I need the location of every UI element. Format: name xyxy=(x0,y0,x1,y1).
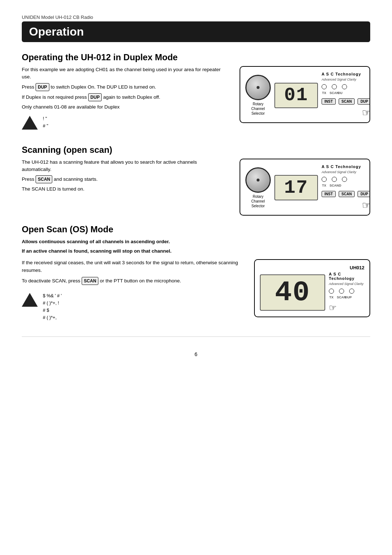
scanning-asc-sub: Advanced Signal Clarity xyxy=(322,170,370,174)
duplex-led-label-du: DU xyxy=(338,91,343,95)
scanning-para3: The SCAN LED is turned on. xyxy=(22,185,225,193)
openscan-para4-prefix: To deactivate SCAN, press xyxy=(22,278,80,283)
note-triangle-2: NOTE xyxy=(22,292,38,307)
scanning-button-row: INST SCAN DUP xyxy=(322,191,370,197)
openscan-right-panel: A S C Technology Advanced Signal Clarity… xyxy=(329,272,364,313)
scanning-para1: The UH-012 has a scanning feature that a… xyxy=(22,159,225,174)
duplex-btn-inst[interactable]: INST xyxy=(322,98,336,105)
note-badge-2: NOTE xyxy=(15,315,28,319)
scanning-left: The UH-012 has a scanning feature that a… xyxy=(22,159,225,195)
note2-line4: # ( )*+, xyxy=(43,315,57,320)
duplex-para3-suffix: again to switch Duplex off. xyxy=(103,94,160,99)
duplex-lcd: 01 xyxy=(274,83,318,108)
duplex-led-labels: TX SCAN DU xyxy=(322,91,370,95)
scanning-led-dup xyxy=(342,177,347,182)
scanning-rotary-knob[interactable] xyxy=(245,167,271,193)
duplex-para1: For this example we are adopting CH01 as… xyxy=(22,66,225,81)
duplex-led-tx xyxy=(322,84,327,89)
openscan-led-label-scan: SCAN xyxy=(337,295,342,299)
page-container: UNIDEN Model UH-012 CB Radio Operation O… xyxy=(0,0,392,555)
duplex-asc-brand: A S C Technology xyxy=(322,72,370,76)
page-number: 6 xyxy=(22,351,370,364)
openscan-para4: To deactivate SCAN, press SCAN or the PT… xyxy=(22,277,240,285)
duplex-led-label-scan: SCAN xyxy=(330,91,335,95)
scanning-btn-dup[interactable]: DUP xyxy=(358,191,370,197)
duplex-led-row xyxy=(322,84,370,89)
section-header: Operation xyxy=(22,21,370,42)
openscan-para3: If the received signal ceases, the unit … xyxy=(22,259,240,274)
note1-content: ! " # " xyxy=(43,115,225,130)
note2-line3: # $ xyxy=(43,308,49,313)
duplex-led-scan xyxy=(332,84,337,89)
openscan-content: If the received signal ceases, the unit … xyxy=(22,259,370,328)
note-triangle-1: NOTE xyxy=(22,115,38,130)
scanning-right-panel: A S C Technology Advanced Signal Clarity… xyxy=(322,164,370,211)
duplex-para3-prefix: If Duplex is not required press xyxy=(22,94,87,99)
scanning-led-label-scan: SCAN xyxy=(330,184,335,187)
duplex-led-dup xyxy=(342,84,347,89)
duplex-right-panel: A S C Technology Advanced Signal Clarity… xyxy=(322,72,370,119)
scan-key-1[interactable]: SCAN xyxy=(36,175,52,183)
note-triangle-shape-2 xyxy=(22,293,38,307)
openscan-asc-sub: Advanced Signal Clarity xyxy=(329,282,364,286)
scanning-rotary-label: Rotary Channel Selector xyxy=(251,194,265,208)
duplex-para4: Only channels 01-08 are available for Du… xyxy=(22,103,225,111)
scanning-btn-inst[interactable]: INST xyxy=(322,191,336,197)
scanning-lcd: 17 xyxy=(274,175,318,200)
note-box-1: NOTE ! " # " xyxy=(22,115,225,130)
scanning-para2-prefix: Press xyxy=(22,176,34,182)
openscan-led-scan xyxy=(339,289,344,294)
note2-line1: $ %& ' # ' xyxy=(43,293,62,298)
dup-key-1[interactable]: DUP xyxy=(36,83,49,91)
duplex-para2: Press DUP to switch Duplex On. The DUP L… xyxy=(22,83,225,91)
duplex-btn-scan[interactable]: SCAN xyxy=(339,98,355,105)
openscan-asc-brand: A S C Technology xyxy=(329,272,364,281)
openscan-led-label-dup: DUP xyxy=(345,295,350,299)
duplex-finger-icon: ☞ xyxy=(322,107,370,119)
duplex-rotary-label: Rotary Channel Selector xyxy=(251,102,265,116)
duplex-content: For this example we are adopting CH01 as… xyxy=(22,66,370,136)
duplex-asc-sub: Advanced Signal Clarity xyxy=(322,78,370,81)
scanning-finger-icon: ☞ xyxy=(322,199,370,211)
openscan-lcd: 40 xyxy=(260,274,325,311)
note-badge-1: NOTE xyxy=(15,138,28,142)
radio-device-duplex: Rotary Channel Selector 01 A S C Technol… xyxy=(240,66,370,123)
openscan-led-dup xyxy=(349,289,354,294)
scanning-para2-suffix: and scanning starts. xyxy=(54,176,98,182)
duplex-rotary-knob[interactable] xyxy=(245,75,271,100)
duplex-btn-dup[interactable]: DUP xyxy=(358,98,370,105)
scan-key-2[interactable]: SCAN xyxy=(82,277,98,285)
scanning-led-scan xyxy=(332,177,337,182)
scanning-btn-scan[interactable]: SCAN xyxy=(339,191,355,197)
scanning-rotary-wrapper: Rotary Channel Selector xyxy=(245,167,271,208)
note1-line1: ! " xyxy=(43,116,47,121)
duplex-para2-suffix: to switch Duplex On. The DUP LED is turn… xyxy=(50,84,156,89)
scanning-content: The UH-012 has a scanning feature that a… xyxy=(22,159,370,216)
openscan-led-labels: TX SCAN DUP xyxy=(329,295,364,299)
duplex-para3: If Duplex is not required press DUP agai… xyxy=(22,93,225,101)
openscan-para1: Allows continuous scanning of all channe… xyxy=(22,238,370,245)
scanning-led-label-d: D xyxy=(338,184,343,187)
openscan-finger-icon: ☞ xyxy=(329,303,364,313)
note2-line2: # ( )*+, ! xyxy=(43,301,59,306)
openscan-section: Open Scan (OS) Mode Allows continuous sc… xyxy=(22,224,370,328)
dup-key-2[interactable]: DUP xyxy=(88,93,102,101)
scanning-right: Rotary Channel Selector 17 A S C Technol… xyxy=(232,159,370,216)
openscan-left: If the received signal ceases, the unit … xyxy=(22,259,240,328)
duplex-para2-prefix: Press xyxy=(22,84,34,89)
duplex-section: Operating the UH-012 in Duplex Mode For … xyxy=(22,52,370,136)
scanning-device-inner: Rotary Channel Selector 17 A S C Technol… xyxy=(245,164,364,211)
scanning-section: Scanning (open scan) The UH-012 has a sc… xyxy=(22,145,370,216)
bottom-divider xyxy=(22,336,370,337)
duplex-led-label-tx: TX xyxy=(322,91,327,95)
openscan-para1-bold: Allows continuous scanning of all channe… xyxy=(22,239,170,244)
scanning-led-label-tx: TX xyxy=(322,184,327,187)
duplex-button-row: INST SCAN DUP xyxy=(322,98,370,105)
note2-content: $ %& ' # ' # ( )*+, ! # $ # ( )*+, xyxy=(43,292,240,321)
openscan-led-label-tx: TX xyxy=(329,295,334,299)
openscan-para2-bold: If an active channel is found, scanning … xyxy=(22,248,172,254)
duplex-title: Operating the UH-012 in Duplex Mode xyxy=(22,52,370,62)
openscan-right: UH012 40 A S C Technology Advanced Signa… xyxy=(247,259,370,317)
openscan-para2: If an active channel is found, scanning … xyxy=(22,248,370,255)
openscan-led-tx xyxy=(329,289,334,294)
